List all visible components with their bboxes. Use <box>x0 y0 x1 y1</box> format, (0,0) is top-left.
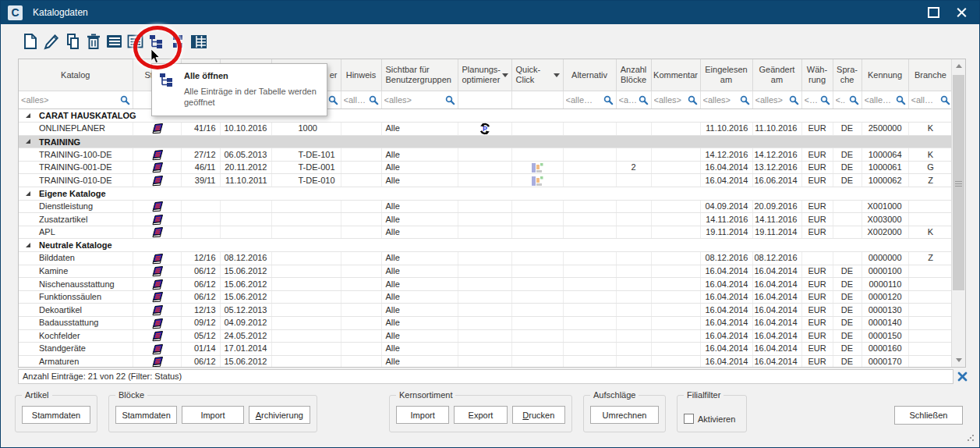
search-icon[interactable] <box>639 95 649 105</box>
collapse-triangle-icon[interactable] <box>25 136 31 148</box>
search-icon[interactable] <box>688 95 698 105</box>
search-icon[interactable] <box>740 95 750 105</box>
import-button[interactable]: Import <box>182 406 243 424</box>
table-row[interactable]: Armaturen06/1215.06.2012Alle16.04.201416… <box>19 355 953 368</box>
search-icon[interactable] <box>789 95 799 105</box>
filter-input-geaendert_am[interactable]: <alles> <box>755 95 789 105</box>
table-row[interactable]: TRAINING-010-DE39/1111.10.2011T-DE-010Al… <box>19 174 953 187</box>
vertical-scrollbar[interactable] <box>951 59 965 367</box>
table-row[interactable]: Badausstattung09/1204.09.2012Alle16.04.2… <box>19 317 953 330</box>
table-grid-icon[interactable] <box>189 31 207 52</box>
filter-input-katalog[interactable]: <alles> <box>21 95 120 105</box>
filter-input-sprache[interactable]: <.. <box>836 95 849 105</box>
table-row[interactable]: Nischenausstattung06/1215.06.2012Alle16.… <box>19 278 953 291</box>
col-header-waehrung[interactable]: Wäh- rung <box>801 59 833 91</box>
aktivieren-checkbox[interactable] <box>684 414 694 424</box>
col-header-sprache[interactable]: Spra- che <box>833 59 861 91</box>
filter-cell-kennung[interactable]: <alle… <box>861 91 908 109</box>
filter-input-hinweis[interactable]: <all… <box>344 95 369 105</box>
filter-input-eingelesen_am[interactable]: <alles> <box>703 95 740 105</box>
close-button[interactable] <box>957 8 967 18</box>
filter-cell-waehrung[interactable]: <… <box>801 91 833 109</box>
table-row[interactable]: Kochfelder05/1224.05.2012Alle16.04.20141… <box>19 329 953 343</box>
scroll-up-icon[interactable] <box>952 59 965 73</box>
filter-cell-katalog[interactable]: <alles> <box>19 91 133 109</box>
col-header-kennung[interactable]: Kennung <box>861 59 908 91</box>
column-dropdown-icon[interactable] <box>554 73 560 77</box>
filter-cell-sprache[interactable]: <.. <box>833 91 861 109</box>
filter-cell-geaendert_am[interactable]: <alles> <box>752 91 801 109</box>
col-header-anzahl_bloecke[interactable]: Anzahl Blöcke <box>616 59 651 91</box>
archivierung-button[interactable]: Archivierung <box>249 406 310 424</box>
scroll-down-icon[interactable] <box>952 354 965 367</box>
search-icon[interactable] <box>445 95 455 105</box>
table-row[interactable]: TRAINING-100-DE27/1206.05.2013T-DE-101Al… <box>19 148 953 162</box>
table-row[interactable]: Kamine06/1215.06.2012Alle16.04.201416.04… <box>19 265 953 278</box>
col-header-planungsoptimierer[interactable]: Planungs- optimierer <box>458 59 511 91</box>
filter-input-branche[interactable]: <all… <box>911 95 940 105</box>
search-icon[interactable] <box>369 95 379 105</box>
col-header-kommentar[interactable]: Kommentar <box>651 59 700 91</box>
table-row[interactable]: APLAlle19.11.201419.11.2014EURX002000K <box>19 226 953 239</box>
clear-filter-icon[interactable] <box>957 372 968 382</box>
copy-icon[interactable] <box>63 31 81 52</box>
column-dropdown-icon[interactable] <box>502 73 508 77</box>
collapse-triangle-icon[interactable] <box>25 188 31 200</box>
filter-cell-eingelesen_am[interactable]: <alles> <box>700 91 752 109</box>
group-row[interactable]: Neutrale Kataloge <box>19 239 953 252</box>
table-row[interactable]: Bilddaten12/1608.12.2016Alle08.12.201608… <box>19 252 953 265</box>
table-row[interactable]: Funktionssäulen06/1215.06.2012Alle16.04.… <box>19 290 953 304</box>
col-header-quickclick[interactable]: Quick- Click <box>511 59 563 91</box>
col-header-geaendert_am[interactable]: Geändert am <box>752 59 801 91</box>
filter-cell-branche[interactable]: <all… <box>908 91 953 109</box>
col-header-hinweis[interactable]: Hinweis <box>341 59 381 91</box>
filter-input-anzahl_bloecke[interactable]: <a… <box>619 95 639 105</box>
new-entry-icon[interactable] <box>21 31 39 52</box>
import-button[interactable]: Import <box>396 406 449 424</box>
search-icon[interactable] <box>603 95 614 105</box>
table-row[interactable]: ZusatzartikelAlle14.11.201614.11.2016EUR… <box>19 213 953 226</box>
collapse-triangle-icon[interactable] <box>25 240 31 251</box>
filter-cell-hinweis[interactable]: <all… <box>341 91 381 109</box>
filter-input-waehrung[interactable]: <… <box>805 95 820 105</box>
col-header-eingelesen_am[interactable]: Eingelesen am <box>700 59 752 91</box>
col-header-alternativ[interactable]: Alternativ <box>563 59 616 91</box>
group-row[interactable]: TRAINING <box>19 135 953 148</box>
umrechnen-button[interactable]: Umrechnen <box>590 406 659 424</box>
table-row[interactable]: Standgeräte01/1417.01.2014Alle16.04.2014… <box>19 343 953 356</box>
filter-input-alternativ[interactable]: <alle… <box>566 95 603 105</box>
search-icon[interactable] <box>940 95 950 105</box>
col-header-sichtbar[interactable]: Sichtbar für Benutzergruppen <box>381 59 458 91</box>
delete-trash-icon[interactable] <box>84 31 102 52</box>
filter-input-kommentar[interactable]: <alles> <box>654 95 688 105</box>
search-icon[interactable] <box>820 95 830 105</box>
group-row[interactable]: Eigene Kataloge <box>19 187 953 201</box>
stammdaten-button[interactable]: Stammdaten <box>115 406 177 424</box>
stammdaten-button[interactable]: Stammdaten <box>22 406 90 424</box>
filter-cell-sichtbar[interactable]: <alles> <box>381 91 458 109</box>
table-row[interactable]: ONLINEPLANER41/1610.10.20161000AlleP11.1… <box>19 122 953 135</box>
drucken-button[interactable]: Drucken <box>512 406 565 424</box>
table-row[interactable]: Dekoartikel12/1305.12.2013Alle16.04.2014… <box>19 304 953 317</box>
table-row[interactable]: TRAINING-001-DE46/1120.11.2012T-DE-001Al… <box>19 161 953 174</box>
scrollbar-thumb[interactable] <box>953 75 964 290</box>
resize-grip[interactable] <box>967 434 975 443</box>
search-icon[interactable] <box>849 95 859 105</box>
search-icon[interactable] <box>328 95 338 105</box>
filter-cell-alternativ[interactable]: <alle… <box>563 91 616 109</box>
collapse-triangle-icon[interactable] <box>25 110 31 122</box>
maximize-button[interactable] <box>928 7 939 18</box>
search-icon[interactable] <box>896 95 906 105</box>
filter-input-sichtbar[interactable]: <alles> <box>384 95 445 105</box>
filter-cell-anzahl_bloecke[interactable]: <a… <box>616 91 651 109</box>
export-button[interactable]: Export <box>454 406 507 424</box>
table-row[interactable]: DienstleistungAlle04.09.201420.09.2016EU… <box>19 200 953 213</box>
edit-pencil-icon[interactable] <box>42 31 60 52</box>
col-header-branche[interactable]: Branche <box>908 59 953 91</box>
col-header-katalog[interactable]: Katalog <box>19 59 133 91</box>
search-icon[interactable] <box>120 95 130 105</box>
filter-input-kennung[interactable]: <alle… <box>865 95 896 105</box>
schliessen-button[interactable]: Schließen <box>894 406 963 425</box>
list-filled-icon[interactable] <box>105 31 123 52</box>
filter-cell-kommentar[interactable]: <alles> <box>651 91 700 109</box>
